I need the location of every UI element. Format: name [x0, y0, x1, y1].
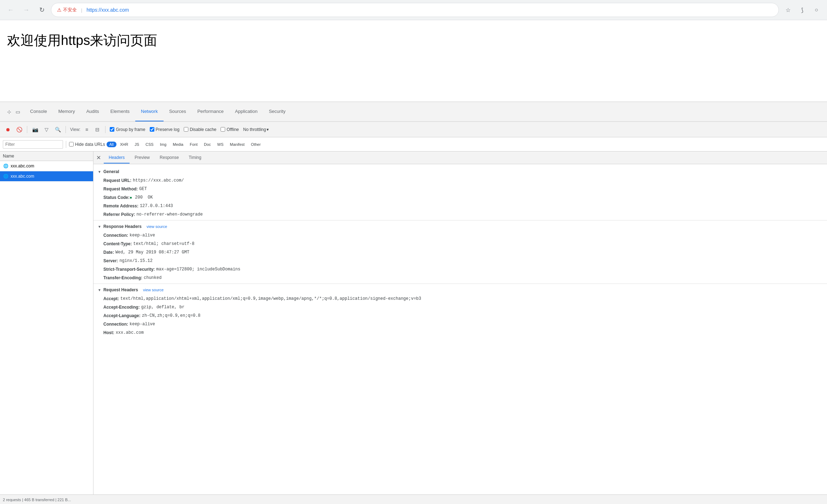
tab-console[interactable]: Console	[24, 102, 53, 121]
response-headers-section-header[interactable]: ▼ Response Headers view source	[93, 222, 827, 231]
device-tool-button[interactable]: ▭	[14, 108, 22, 116]
tab-performance[interactable]: Performance	[192, 102, 229, 121]
back-button[interactable]: ←	[4, 4, 17, 16]
hide-data-urls-label[interactable]: Hide data URLs	[69, 142, 105, 147]
group-by-frame-checkbox[interactable]	[110, 127, 114, 132]
general-section-header[interactable]: ▼ General	[93, 167, 827, 176]
bookmark-button[interactable]: ☆	[782, 4, 794, 16]
preserve-log-checkbox[interactable]	[150, 127, 154, 132]
request-url-2: xxx.abc.com	[11, 174, 34, 179]
resp-server-value: nginx/1.15.12	[119, 258, 153, 264]
resp-date-value: Wed, 29 May 2019 08:47:27 GMT	[115, 249, 189, 256]
filter-all-button[interactable]: All	[107, 142, 116, 147]
detail-tab-response[interactable]: Response	[155, 152, 184, 164]
detail-tab-timing[interactable]: Timing	[184, 152, 206, 164]
general-request-method-row: Request Method: GET	[93, 185, 827, 193]
filter-other-button[interactable]: Other	[248, 142, 264, 147]
section-divider-1	[93, 220, 827, 220]
filter-manifest-button[interactable]: Manifest	[227, 142, 247, 147]
nav-actions: ☆ ⟆ ○	[782, 4, 823, 16]
tab-memory[interactable]: Memory	[53, 102, 81, 121]
tab-audits[interactable]: Audits	[81, 102, 105, 121]
req-accept-label: Accept:	[103, 296, 119, 302]
page-heading: 欢迎使用https来访问页面	[7, 31, 820, 50]
detail-close-button[interactable]: ✕	[93, 151, 104, 164]
general-status-label: Status Code:	[103, 194, 130, 201]
response-headers-view-source-link[interactable]: view source	[147, 224, 167, 229]
view-label: View:	[70, 127, 80, 132]
request-headers-view-source-link[interactable]: view source	[143, 288, 164, 292]
search-button[interactable]: 🔍	[53, 125, 63, 134]
disable-cache-checkbox[interactable]	[184, 127, 188, 132]
resp-content-type-value: text/html; charset=utf-8	[133, 241, 194, 247]
throttle-select[interactable]: No throttling ▾	[243, 127, 269, 132]
tab-network[interactable]: Network	[135, 102, 164, 121]
req-accept-language-value: zh-CN,zh;q=0.9,en;q=0.8	[142, 313, 201, 319]
filter-input[interactable]	[3, 140, 63, 149]
detail-tab-headers[interactable]: Headers	[104, 152, 130, 164]
request-url-1: xxx.abc.com	[11, 164, 34, 168]
resp-sts-label: Strict-Transport-Security:	[103, 266, 155, 273]
general-status-code-row: Status Code: ● 200 OK	[93, 193, 827, 202]
group-by-frame-text: Group by frame	[116, 127, 145, 132]
resp-connection-value: keep-alive	[130, 232, 155, 239]
filter-css-button[interactable]: CSS	[143, 142, 156, 147]
request-item-1[interactable]: 🌐 xxx.abc.com	[0, 161, 93, 171]
filter-media-button[interactable]: Media	[170, 142, 186, 147]
forward-button[interactable]: →	[20, 4, 33, 16]
filter-doc-button[interactable]: Doc	[201, 142, 214, 147]
request-headers-section-header[interactable]: ▼ Request Headers view source	[93, 285, 827, 294]
network-toolbar: ⏺ 🚫 📷 ▽ 🔍 View: ≡ ⊟ Group by frame Prese…	[0, 122, 827, 137]
offline-label[interactable]: Offline	[221, 127, 239, 132]
profile-button[interactable]: ○	[810, 4, 823, 16]
hide-data-urls-text: Hide data URLs	[75, 142, 105, 147]
view-icons: ≡ ⊟	[82, 125, 102, 134]
offline-text: Offline	[227, 127, 239, 132]
filter-font-button[interactable]: Font	[187, 142, 200, 147]
req-accept-encoding-value: gzip, deflate, br	[141, 304, 184, 310]
record-button[interactable]: ⏺	[3, 125, 13, 134]
list-view-button[interactable]: ≡	[82, 125, 92, 134]
general-remote-value: 127.0.0.1:443	[140, 203, 173, 209]
req-host-value: xxx.abc.com	[116, 330, 144, 336]
filter-js-button[interactable]: JS	[132, 142, 142, 147]
tab-security[interactable]: Security	[263, 102, 291, 121]
req-connection-row: Connection: keep-alive	[93, 320, 827, 328]
disable-cache-label[interactable]: Disable cache	[184, 127, 216, 132]
hide-data-urls-checkbox[interactable]	[69, 142, 74, 147]
resp-content-type-label: Content-Type:	[103, 241, 132, 247]
cursor-tool-button[interactable]: ⊹	[6, 108, 13, 116]
extensions-button[interactable]: ⟆	[796, 4, 809, 16]
camera-button[interactable]: 📷	[30, 125, 40, 134]
offline-checkbox[interactable]	[221, 127, 225, 132]
address-bar[interactable]: ⚠ 不安全 | https://xxx.abc.com	[51, 3, 779, 17]
filter-type-buttons: All XHR JS CSS Img Media Font Doc WS Man…	[107, 142, 264, 147]
group-by-frame-label[interactable]: Group by frame	[110, 127, 145, 132]
clear-button[interactable]: 🚫	[14, 125, 24, 134]
grid-view-button[interactable]: ⊟	[92, 125, 102, 134]
filter-button[interactable]: ▽	[41, 125, 51, 134]
request-item-2[interactable]: 🌐 xxx.abc.com	[0, 171, 93, 182]
reload-button[interactable]: ↻	[35, 4, 48, 16]
general-triangle-icon: ▼	[98, 170, 101, 174]
tab-sources[interactable]: Sources	[164, 102, 192, 121]
tab-elements[interactable]: Elements	[105, 102, 135, 121]
request-headers-section-title: Request Headers	[103, 287, 138, 292]
throttle-chevron: ▾	[267, 127, 269, 132]
filter-separator	[66, 141, 66, 148]
req-connection-label: Connection:	[103, 321, 128, 327]
filter-xhr-button[interactable]: XHR	[117, 142, 131, 147]
status-bar-text: 2 requests | 465 B transferred | 221 B..…	[3, 498, 71, 502]
req-connection-value: keep-alive	[130, 321, 155, 327]
filter-ws-button[interactable]: WS	[215, 142, 227, 147]
detail-tab-preview[interactable]: Preview	[130, 152, 155, 164]
filter-img-button[interactable]: Img	[157, 142, 169, 147]
preserve-log-label[interactable]: Preserve log	[150, 127, 179, 132]
general-method-label: Request Method:	[103, 186, 138, 192]
favicon-1: 🌐	[3, 163, 8, 169]
tab-application[interactable]: Application	[229, 102, 263, 121]
resp-connection-row: Connection: keep-alive	[93, 231, 827, 240]
resp-date-row: Date: Wed, 29 May 2019 08:47:27 GMT	[93, 248, 827, 257]
name-column-header: Name	[0, 151, 93, 161]
disable-cache-text: Disable cache	[190, 127, 216, 132]
